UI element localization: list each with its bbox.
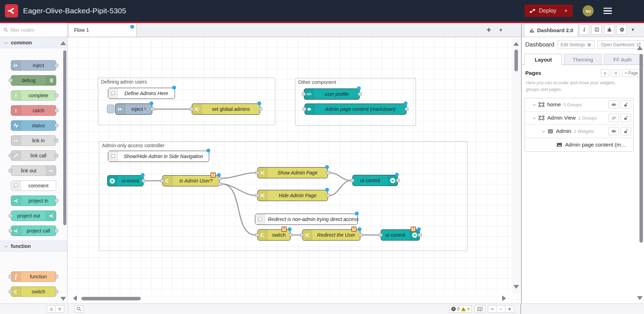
minimap-toggle-button[interactable] bbox=[475, 305, 485, 313]
node-admin-page-content[interactable]: Admin page content (markdown) bbox=[305, 104, 407, 115]
lock-open-button[interactable] bbox=[621, 114, 631, 122]
help-book-button[interactable] bbox=[592, 24, 602, 35]
output-port[interactable] bbox=[54, 154, 58, 157]
output-port[interactable] bbox=[142, 179, 146, 183]
palette-category-function[interactable]: function bbox=[0, 241, 67, 252]
scroll-up-arrow[interactable] bbox=[513, 42, 519, 46]
add-flow-button[interactable]: + bbox=[486, 26, 491, 34]
palette-scroll-up-arrow[interactable] bbox=[60, 41, 66, 45]
node-inject[interactable]: inject ¹ bbox=[115, 104, 152, 115]
canvas-vertical-scrollbar[interactable] bbox=[514, 50, 518, 71]
input-port[interactable] bbox=[350, 179, 354, 182]
sidebar-scroll-down-arrow[interactable] bbox=[637, 296, 643, 300]
canvas-horizontal-scrollbar[interactable] bbox=[81, 297, 141, 300]
group-defining-admin-users[interactable]: Defining admin users bbox=[98, 78, 275, 125]
palette-node-catch[interactable]: ! catch bbox=[11, 105, 56, 116]
scroll-right-arrow[interactable] bbox=[502, 295, 506, 301]
palette-expand-all-button[interactable] bbox=[56, 305, 64, 313]
collapse-all-button[interactable] bbox=[601, 69, 609, 77]
input-port[interactable] bbox=[302, 92, 306, 96]
palette-node-status[interactable]: status bbox=[11, 120, 56, 131]
output-port[interactable] bbox=[54, 199, 58, 202]
node-comment-define-admins[interactable]: Define Admins Here bbox=[108, 88, 175, 99]
tree-row-home[interactable]: home 0 Groups bbox=[525, 98, 633, 112]
node-user-profile[interactable]: </> user profile bbox=[304, 88, 360, 100]
tab-theming[interactable]: Theming bbox=[564, 54, 601, 65]
output-port[interactable] bbox=[418, 233, 422, 237]
palette-node-link-in[interactable]: link in bbox=[11, 135, 56, 146]
output-port[interactable] bbox=[289, 233, 293, 237]
node-switch[interactable]: switch ! bbox=[257, 229, 291, 241]
input-port[interactable] bbox=[255, 233, 259, 237]
tree-row-admin-group[interactable]: Admin 1 Widgets bbox=[525, 125, 633, 138]
visibility-eye-button[interactable] bbox=[608, 100, 619, 109]
tree-row-admin-page-content-widget[interactable]: Admin page content (m… bbox=[525, 138, 633, 151]
input-port[interactable] bbox=[190, 107, 193, 111]
flow-canvas[interactable]: Defining admin users Other component Adm… bbox=[67, 37, 521, 304]
palette-node-switch[interactable]: switch bbox=[11, 286, 56, 297]
output-port[interactable] bbox=[405, 107, 409, 111]
input-port[interactable] bbox=[255, 194, 259, 197]
tab-dashboard-2[interactable]: Dashboard 2.0 bbox=[524, 23, 578, 37]
output-port[interactable] bbox=[54, 64, 58, 67]
info-button[interactable]: i bbox=[579, 24, 589, 35]
notifications-counter[interactable]: ! 0 ! 4 bbox=[449, 305, 472, 313]
palette-node-link-out[interactable]: link out bbox=[11, 165, 56, 176]
node-show-admin-page[interactable]: Show Admin Page bbox=[257, 167, 328, 178]
output-port[interactable] bbox=[258, 107, 262, 111]
zoom-reset-button[interactable]: ○ bbox=[497, 305, 505, 313]
palette-node-link-call[interactable]: link call bbox=[11, 150, 56, 161]
node-ui-event[interactable]: ui-event bbox=[107, 175, 144, 186]
input-port[interactable] bbox=[255, 171, 259, 174]
palette-scroll-down-arrow[interactable] bbox=[60, 297, 66, 301]
palette-node-comment[interactable]: comment bbox=[11, 180, 56, 191]
palette-collapse-all-button[interactable] bbox=[47, 305, 56, 313]
palette-node-project-in[interactable]: project in bbox=[11, 195, 56, 206]
node-comment-show-hide-admin[interactable]: Show/Hide Admin in Side Navigation bbox=[108, 151, 209, 162]
zoom-out-button[interactable]: − bbox=[488, 305, 497, 313]
deploy-button[interactable]: Deploy ▼ bbox=[525, 5, 573, 17]
output-port[interactable] bbox=[54, 109, 58, 112]
palette-node-function[interactable]: f function bbox=[11, 271, 56, 282]
chevron-down-icon[interactable] bbox=[533, 102, 536, 106]
canvas-horizontal-scroll-area[interactable] bbox=[67, 294, 512, 304]
canvas-vertical-scroll-area[interactable] bbox=[512, 37, 521, 294]
inject-trigger-button[interactable] bbox=[107, 105, 115, 113]
user-avatar[interactable]: su bbox=[583, 5, 594, 16]
edit-settings-button[interactable]: Edit Settings bbox=[557, 40, 595, 49]
expand-all-button[interactable] bbox=[612, 69, 620, 77]
deploy-options-caret-icon[interactable]: ▼ bbox=[564, 9, 568, 13]
node-ui-control-1[interactable]: ui control bbox=[352, 175, 398, 186]
scroll-down-arrow[interactable] bbox=[513, 285, 519, 289]
flow-list-caret-icon[interactable]: ▼ bbox=[499, 28, 503, 33]
palette-node-complete[interactable]: ! complete bbox=[11, 90, 56, 101]
input-port[interactable] bbox=[302, 107, 306, 111]
sidebar-scroll-up-arrow[interactable] bbox=[637, 46, 643, 50]
input-port[interactable] bbox=[9, 79, 13, 82]
tree-row-admin-view[interactable]: Admin View 1 Groups bbox=[525, 112, 633, 125]
output-port[interactable] bbox=[54, 290, 58, 293]
output-port[interactable] bbox=[54, 229, 58, 233]
palette-node-inject[interactable]: inject bbox=[11, 60, 56, 71]
output-port[interactable] bbox=[54, 139, 58, 142]
lock-open-button[interactable] bbox=[621, 127, 631, 135]
tab-layout[interactable]: Layout bbox=[525, 54, 562, 65]
settings-gear-button[interactable] bbox=[617, 24, 627, 35]
visibility-eye-button[interactable] bbox=[608, 127, 619, 135]
node-is-admin-user[interactable]: Is Admin User? ! bbox=[162, 175, 220, 186]
output-port[interactable] bbox=[54, 124, 58, 127]
input-port[interactable] bbox=[9, 290, 13, 293]
zoom-in-button[interactable]: + bbox=[505, 305, 514, 313]
visibility-eye-slash-button[interactable] bbox=[608, 114, 619, 122]
palette-search[interactable] bbox=[0, 23, 67, 37]
tab-ff-auth[interactable]: FF Auth bbox=[604, 54, 641, 65]
output-port[interactable] bbox=[151, 107, 154, 111]
palette-node-project-call[interactable]: project call bbox=[11, 226, 56, 236]
main-menu-button[interactable] bbox=[603, 6, 612, 16]
input-port[interactable] bbox=[9, 229, 13, 233]
input-port[interactable] bbox=[160, 179, 164, 183]
lock-open-button[interactable] bbox=[621, 100, 631, 109]
node-set-global-admins[interactable]: set global.admins bbox=[192, 104, 260, 115]
input-port[interactable] bbox=[9, 275, 13, 278]
palette-category-common[interactable]: common bbox=[0, 37, 67, 48]
